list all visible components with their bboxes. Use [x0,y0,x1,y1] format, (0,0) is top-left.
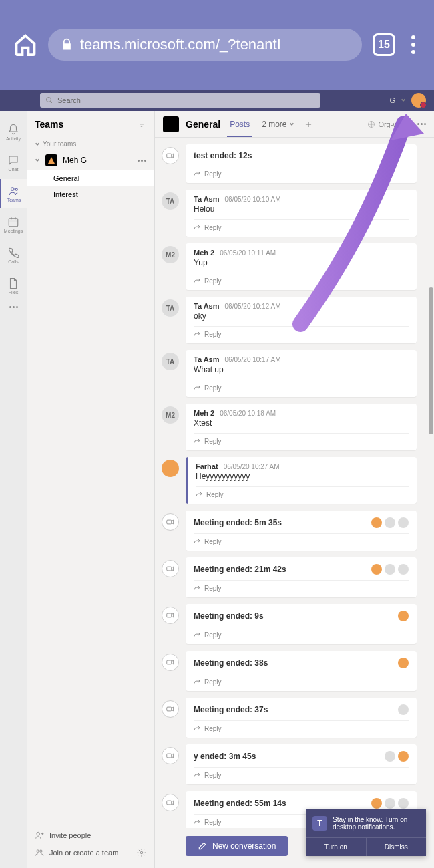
sidebar-section-label[interactable]: Your teams [27,138,154,150]
people-icon [35,848,44,857]
message-card[interactable]: Ta Asm06/05/20 10:17 AMWhat upReply [186,350,417,397]
scrollbar-thumb[interactable] [429,287,433,434]
svg-rect-23 [167,707,172,711]
team-avatar [45,154,57,166]
message-row: Farhat06/05/20 10:27 AMHeyyyyyyyyyyyRepl… [162,457,417,504]
reply-button[interactable]: Reply [196,486,409,498]
user-avatar: M2 [162,246,179,263]
message-card[interactable]: Ta Asm06/05/20 10:12 AMokyReply [186,297,417,343]
rail-teams[interactable]: Teams [0,179,27,208]
user-initial[interactable]: G [389,96,395,104]
header-more-icon[interactable] [417,123,426,125]
reply-button[interactable]: Reply [194,767,409,779]
chat-icon [7,154,19,166]
channel-avatar [163,116,179,132]
message-card[interactable]: Meeting ended: 5m 35sReply [186,511,417,551]
org-wide-badge[interactable]: Org-wide [367,120,408,128]
message-card[interactable]: y ended: 3m 45sReply [186,744,417,784]
reply-button[interactable]: Reply [194,627,409,639]
search-placeholder: Search [57,96,81,104]
message-card[interactable]: Meeting ended: 38sReply [186,651,417,691]
message-card[interactable]: Farhat06/05/20 10:27 AMHeyyyyyyyyyyyRepl… [186,457,417,504]
chevron-down-icon[interactable] [401,98,406,103]
toast-turn-on-button[interactable]: Turn on [306,838,367,856]
svg-rect-19 [167,520,172,524]
message-list[interactable]: test ended: 12sReplyTATa Asm06/05/20 10:… [155,138,434,828]
url-text: teams.microsoft.com/_?tenantI [80,36,281,53]
teams-top-bar: Search G [0,90,434,111]
message-card[interactable]: test ended: 12sReply [186,144,417,183]
message-author: Farhat [196,462,218,470]
calendar-icon [7,216,19,228]
chevron-down-icon [289,122,294,127]
add-tab-icon[interactable] [304,120,313,129]
new-conversation-button[interactable]: New conversation [186,836,288,856]
reply-button[interactable]: Reply [194,674,409,686]
message-card[interactable]: Meh 206/05/20 10:18 AMXtestReply [186,404,417,450]
rail-more-icon[interactable] [7,306,19,308]
url-bar[interactable]: teams.microsoft.com/_?tenantI [48,29,362,61]
channel-interest[interactable]: Interest [27,186,154,202]
sidebar-footer: Invite people Join or create a team [27,820,154,868]
team-more-icon[interactable] [138,160,146,162]
tab-count-button[interactable]: 15 [373,33,395,56]
filter-icon[interactable] [137,120,146,129]
message-author: Meh 2 [194,409,214,417]
team-item[interactable]: Meh G [27,150,154,170]
svg-rect-18 [167,154,172,158]
participant-avatar [398,517,409,528]
message-time: 06/05/20 10:10 AM [225,196,281,203]
rail-activity[interactable]: Activity [0,118,27,147]
home-icon[interactable] [13,33,37,57]
user-avatar: M2 [162,406,179,424]
message-card[interactable]: Meh 206/05/20 10:11 AMYupReply [186,243,417,290]
message-card[interactable]: Meeting ended: 9sReply [186,604,417,644]
channel-general[interactable]: General [27,170,154,186]
message-row: test ended: 12sReply [162,144,417,183]
svg-rect-24 [167,754,172,758]
profile-avatar[interactable] [411,93,426,108]
message-card[interactable]: Meeting ended: 21m 42sReply [186,557,417,597]
teams-icon [8,185,20,197]
message-row: TATa Asm06/05/20 10:17 AMWhat upReply [162,350,417,397]
reply-button[interactable]: Reply [194,273,409,285]
meeting-icon [162,654,179,671]
channel-name: General [186,119,220,130]
join-create-team-button[interactable]: Join or create a team [35,844,146,861]
reply-button[interactable]: Reply [194,433,409,445]
main-layout: Activity Chat Teams Meetings Calls Files… [0,111,434,868]
message-card[interactable]: Meeting ended: 37sReply [186,698,417,738]
search-input[interactable]: Search [40,93,320,108]
reply-button[interactable]: Reply [194,533,409,545]
rail-meetings[interactable]: Meetings [0,210,27,239]
reply-button[interactable]: Reply [194,580,409,592]
gear-icon[interactable] [137,848,146,857]
sidebar-header: Teams [27,111,154,138]
user-avatar: TA [162,192,179,210]
reply-button[interactable]: Reply [194,380,409,392]
svg-point-3 [15,188,17,190]
participant-avatar [398,611,409,621]
tab-more[interactable]: 2 more [259,120,297,129]
browser-menu-icon[interactable] [406,30,421,59]
svg-point-2 [11,188,15,191]
reply-button[interactable]: Reply [194,219,409,231]
rail-calls[interactable]: Calls [0,241,27,270]
message-body: Meeting ended: 38s [194,658,409,668]
reply-button[interactable]: Reply [194,326,409,338]
message-body: Meeting ended: 21m 42s [194,564,409,575]
message-card[interactable]: Ta Asm06/05/20 10:10 AMHelouReply [186,190,417,237]
tab-posts[interactable]: Posts [227,120,252,137]
toast-dismiss-button[interactable]: Dismiss [367,838,427,856]
rail-chat[interactable]: Chat [0,148,27,178]
participant-avatar [371,564,382,575]
meeting-icon [162,747,179,764]
reply-button[interactable]: Reply [194,720,409,732]
svg-rect-21 [167,613,172,617]
reply-button[interactable]: Reply [194,166,409,178]
message-body: Meeting ended: 37s [194,704,409,715]
message-author: Ta Asm [194,195,220,203]
svg-point-11 [37,832,40,835]
invite-people-button[interactable]: Invite people [35,827,146,844]
rail-files[interactable]: Files [0,271,27,301]
